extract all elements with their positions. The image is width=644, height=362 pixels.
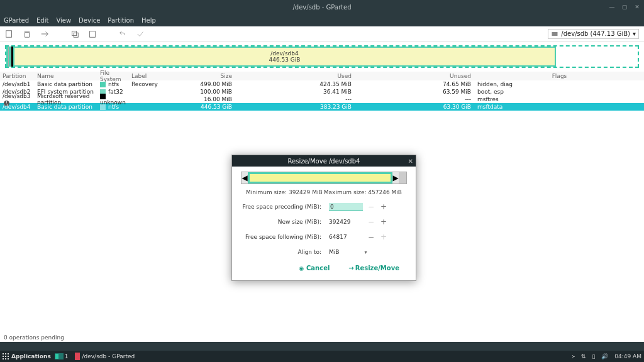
col-name[interactable]: Name [37, 73, 100, 79]
col-unused[interactable]: Unused [358, 73, 477, 79]
window-minimize-icon[interactable]: — [608, 3, 616, 11]
handle-right-icon[interactable]: ▶ [392, 173, 399, 182]
following-label: Free space following (MiB): [241, 234, 329, 240]
col-fs[interactable]: File System [100, 70, 131, 82]
menu-partition[interactable]: Partition [108, 17, 134, 24]
close-icon[interactable]: ✕ [408, 158, 413, 165]
cell-flags: boot, esp [477, 89, 641, 95]
newsize-input[interactable]: 392429 [329, 219, 363, 225]
new-partition-icon[interactable] [5, 30, 14, 38]
menu-edit[interactable]: Edit [36, 17, 48, 24]
applications-menu[interactable]: Applications [3, 353, 51, 359]
cell-size: 16.00 MiB [175, 96, 238, 102]
window-close-icon[interactable]: ✕ [633, 3, 641, 11]
col-partition[interactable]: Partition [3, 73, 37, 79]
preceding-input[interactable]: 0 [329, 203, 363, 211]
stepper-minus-icon[interactable]: − [368, 233, 374, 241]
app-body: /dev/sdb (447.13 GiB) ▾ /dev/sdb4 446.53… [0, 26, 644, 342]
align-select[interactable]: MiB ▾ [329, 249, 367, 255]
following-input[interactable]: 64817 [329, 234, 363, 240]
apply-icon[interactable] [136, 30, 145, 38]
disk-graph[interactable]: /dev/sdb4 446.53 GiB [5, 45, 639, 68]
task-app-icon [75, 353, 80, 360]
resize-move-button[interactable]: Resize/Move [348, 265, 399, 272]
graph-main-label: /dev/sdb4 [270, 50, 298, 57]
svg-rect-3 [90, 31, 96, 37]
menu-gparted[interactable]: GParted [4, 17, 29, 24]
svg-rect-11 [3, 358, 4, 359]
delete-icon[interactable] [23, 30, 31, 38]
dialog-title: Resize/Move /dev/sdb4 [288, 158, 360, 165]
cell-used: 36.41 MiB [238, 89, 358, 95]
svg-rect-5 [3, 353, 4, 354]
newsize-label: New size (MiB): [241, 219, 329, 225]
window-maximize-icon[interactable]: ▢ [620, 3, 629, 11]
workspace-icon [55, 353, 64, 359]
col-size[interactable]: Size [175, 73, 238, 79]
handle-left-icon[interactable]: ◀ [242, 173, 248, 182]
table-header: Partition Name File System Label Size Us… [0, 72, 644, 80]
resize-used-region[interactable] [248, 172, 392, 184]
svg-rect-6 [5, 353, 6, 354]
max-size-label: Maximum size: 457246 MiB [324, 189, 402, 195]
cell-used: 383.23 GiB [238, 104, 358, 110]
chevron-down-icon: ▾ [364, 250, 367, 255]
cell-fs: ntfs [100, 81, 131, 87]
table-row[interactable]: /dev/sdb1Basic data partitionntfsRecover… [0, 80, 644, 88]
cell-unused: 74.65 MiB [358, 81, 477, 87]
menu-device[interactable]: Device [79, 17, 100, 24]
svg-rect-8 [3, 356, 4, 357]
clock[interactable]: 04:49 AM [614, 353, 641, 359]
cell-flags: hidden, diag [477, 81, 641, 87]
network-icon[interactable]: ⇅ [581, 353, 586, 359]
dialog-titlebar[interactable]: Resize/Move /dev/sdb4 ✕ [232, 155, 416, 167]
svg-rect-1 [72, 31, 77, 35]
resize-visual[interactable]: ◀ ▶ [241, 172, 407, 184]
svg-rect-9 [5, 356, 6, 357]
resize-icon[interactable] [40, 30, 49, 38]
col-label[interactable]: Label [131, 73, 175, 79]
cell-flags: msftdata [477, 104, 641, 110]
resize-dialog: Resize/Move /dev/sdb4 ✕ ◀ ▶ Minimum size… [231, 155, 416, 281]
table-row[interactable]: /dev/sdb4Basic data partitionntfs446.53 … [0, 103, 644, 111]
min-size-label: Minimum size: 392429 MiB [246, 189, 323, 195]
copy-icon[interactable] [70, 30, 79, 38]
bluetooth-icon[interactable]: ᚛ [572, 353, 575, 359]
cell-name: Basic data partition [37, 104, 100, 110]
taskbar-task-gparted[interactable]: /dev/sdb - GParted [72, 353, 138, 360]
table-row[interactable]: /dev/sdb3!Microsoft reserved partitionun… [0, 96, 644, 103]
cell-flags: msftres [477, 96, 641, 102]
cancel-button[interactable]: Cancel [299, 265, 330, 272]
graph-seg-sdb4: /dev/sdb4 446.53 GiB [13, 47, 556, 67]
taskbar: Applications 1 /dev/sdb - GParted ᚛ ⇅ ▯ … [0, 351, 644, 362]
volume-icon[interactable]: 🔊 [601, 353, 608, 359]
resize-free-region [399, 172, 406, 184]
menu-help[interactable]: Help [142, 17, 156, 24]
stepper-minus-icon[interactable]: − [368, 202, 374, 211]
disk-selector[interactable]: /dev/sdb (447.13 GiB) ▾ [548, 29, 639, 39]
col-used[interactable]: Used [238, 73, 358, 79]
chevron-down-icon: ▾ [633, 30, 636, 37]
stepper-plus-icon[interactable]: + [380, 202, 387, 211]
cell-partition: /dev/sdb4 [3, 104, 37, 110]
stepper-plus-icon[interactable]: + [380, 233, 387, 241]
svg-rect-7 [8, 353, 9, 354]
svg-rect-15 [55, 354, 58, 359]
stepper-minus-icon[interactable]: − [368, 217, 374, 226]
col-flags[interactable]: Flags [477, 73, 641, 79]
cell-used: --- [238, 96, 358, 102]
stepper-plus-icon[interactable]: + [380, 217, 387, 226]
undo-icon[interactable] [118, 30, 127, 38]
status-bar: 0 operations pending [0, 333, 644, 342]
fs-swatch [100, 82, 106, 87]
workspace-switcher[interactable]: 1 [55, 353, 69, 359]
task-label: /dev/sdb - GParted [82, 353, 135, 359]
battery-icon[interactable]: ▯ [592, 353, 595, 359]
status-text: 0 operations pending [4, 334, 64, 341]
partition-table: /dev/sdb1Basic data partitionntfsRecover… [0, 80, 644, 111]
window-titlebar: /dev/sdb - GParted — ▢ ✕ [0, 0, 644, 14]
menu-view[interactable]: View [56, 17, 71, 24]
cell-unused: 63.59 MiB [358, 89, 477, 95]
paste-icon[interactable] [88, 30, 97, 38]
svg-rect-4 [552, 32, 558, 36]
